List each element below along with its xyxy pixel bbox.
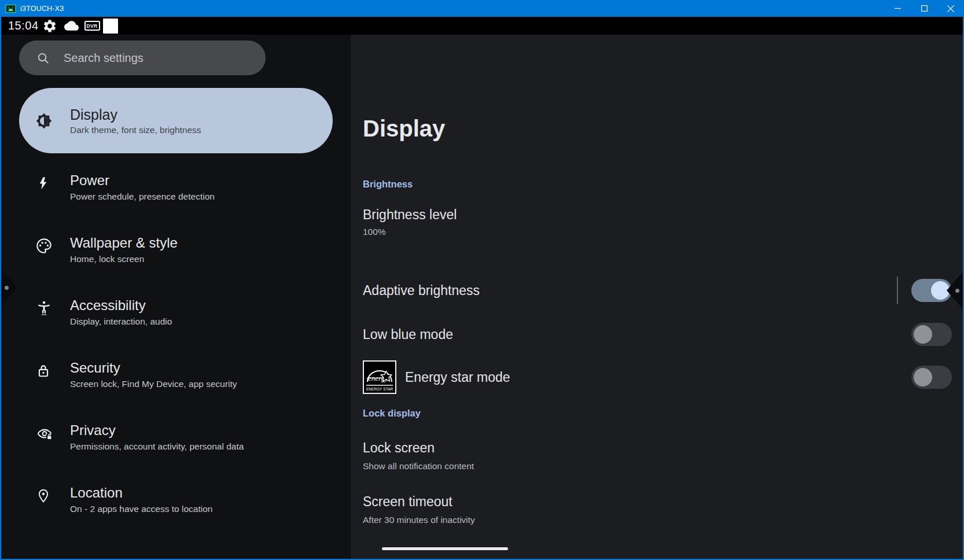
sidebar-item-sublabel: Power schedule, presence detection: [70, 190, 215, 202]
sidebar-item-label: Wallpaper & style: [70, 234, 178, 252]
row-low-blue-mode[interactable]: Low blue mode: [363, 326, 453, 343]
sidebar-item-sublabel: Dark theme, font size, brightness: [70, 124, 201, 136]
display-settings-panel: Display Brightness Brightness level 100%…: [351, 35, 963, 559]
page-title: Display: [363, 115, 445, 142]
search-input[interactable]: [64, 51, 237, 65]
sidebar-item-label: Location: [70, 484, 212, 502]
recents-square-icon: [103, 19, 118, 34]
display-brightness-icon: [36, 113, 52, 129]
row-screen-timeout[interactable]: Screen timeout: [363, 493, 452, 510]
adaptive-brightness-toggle[interactable]: [911, 279, 952, 302]
row-screen-timeout-value: After 30 minutes of inactivity: [363, 514, 475, 526]
sidebar-item-power[interactable]: Power Power schedule, presence detection: [1, 171, 351, 202]
status-bar: 15:04 DVR: [0, 17, 964, 35]
handle-dot-icon: [5, 286, 9, 290]
row-brightness-level-value: 100%: [363, 226, 386, 238]
cloud-icon: [64, 20, 79, 31]
toggle-thumb: [914, 325, 932, 344]
maximize-button[interactable]: [911, 0, 937, 17]
sidebar-item-privacy[interactable]: Privacy Permissions, account activity, p…: [1, 421, 351, 452]
energy-star-caption: ENERGY STAR: [366, 387, 393, 391]
sidebar-item-security[interactable]: Security Screen lock, Find My Device, ap…: [1, 359, 351, 390]
row-brightness-level[interactable]: Brightness level: [363, 206, 457, 223]
settings-sidebar: Display Dark theme, font size, brightnes…: [1, 35, 351, 559]
title-bar: i3TOUCH-X3: [0, 0, 964, 17]
toggle-thumb: [914, 368, 932, 386]
window-title: i3TOUCH-X3: [20, 5, 64, 13]
search-bar[interactable]: [19, 40, 266, 75]
section-label-brightness: Brightness: [363, 179, 413, 190]
search-icon: [36, 51, 50, 65]
row-adaptive-brightness[interactable]: Adaptive brightness: [363, 282, 480, 299]
row-lock-screen[interactable]: Lock screen: [363, 439, 435, 456]
sidebar-item-label: Security: [70, 359, 237, 377]
clock: 15:04: [8, 19, 39, 32]
dvr-badge: DVR: [84, 21, 100, 31]
sidebar-item-display[interactable]: Display Dark theme, font size, brightnes…: [19, 88, 333, 153]
sidebar-item-accessibility[interactable]: Accessibility Display, interaction, audi…: [1, 296, 351, 327]
location-pin-icon: [36, 488, 52, 504]
energy-star-mode-toggle[interactable]: [911, 366, 952, 389]
sidebar-item-sublabel: Display, interaction, audio: [70, 315, 172, 327]
power-bolt-icon: [36, 175, 52, 191]
window-border-left: [0, 17, 1, 560]
sidebar-item-sublabel: Permissions, account activity, personal …: [70, 440, 244, 452]
accessibility-icon: [36, 300, 52, 316]
sidebar-item-location[interactable]: Location On - 2 apps have access to loca…: [1, 484, 351, 515]
row-lock-screen-value: Show all notification content: [363, 460, 474, 472]
sidebar-item-label: Privacy: [70, 421, 244, 439]
sidebar-item-wallpaper[interactable]: Wallpaper & style Home, lock screen: [1, 234, 351, 265]
sidebar-item-sublabel: Screen lock, Find My Device, app securit…: [70, 378, 237, 390]
sidebar-item-sublabel: Home, lock screen: [70, 253, 178, 265]
sidebar-item-label: Accessibility: [70, 296, 172, 314]
low-blue-mode-toggle[interactable]: [911, 323, 952, 346]
lock-icon: [36, 363, 52, 379]
app-window: i3TOUCH-X3 15:04 DVR: [0, 0, 964, 560]
privacy-eye-icon: [36, 425, 52, 441]
sidebar-item-label: Power: [70, 171, 215, 189]
android-robot-icon: [5, 3, 16, 13]
sidebar-item-sublabel: On - 2 apps have access to location: [70, 503, 212, 515]
sidebar-item-label: Display: [70, 105, 201, 124]
row-energy-star-mode[interactable]: Energy star mode: [405, 369, 510, 386]
minimize-button[interactable]: [884, 0, 911, 17]
energy-star-logo: energy ENERGY STAR: [363, 360, 396, 394]
settings-gear-icon: [42, 19, 57, 34]
scroll-indicator[interactable]: [382, 547, 508, 550]
close-button[interactable]: [937, 0, 964, 17]
section-label-lock-display: Lock display: [363, 408, 421, 419]
handle-dot-icon: [955, 289, 959, 293]
row-divider: [897, 277, 898, 304]
palette-icon: [36, 238, 52, 254]
